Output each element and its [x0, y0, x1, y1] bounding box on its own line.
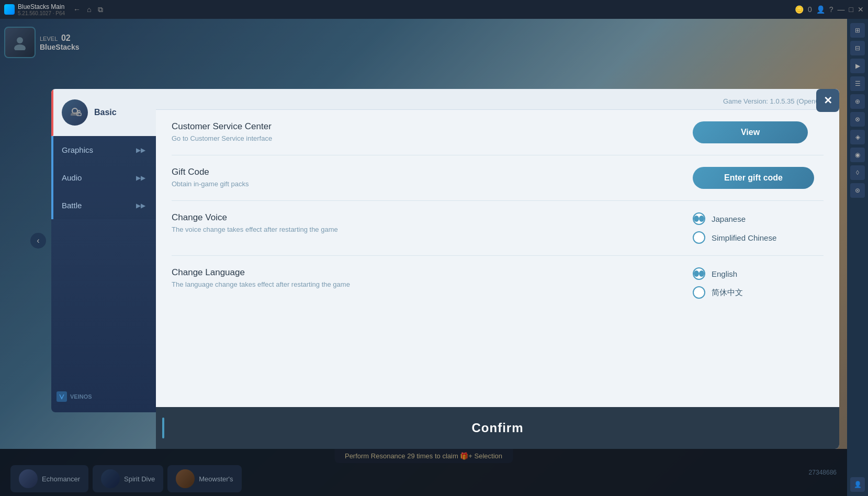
sidebar-icon-5[interactable]: ⊕ — [850, 94, 865, 109]
panel-header: Game Version: 1.0.5.35 (OpenGL) — [156, 89, 839, 110]
nav-arrow-battle: ▶▶ — [136, 202, 145, 209]
help-icon[interactable]: ? — [829, 5, 833, 14]
nav-home-btn[interactable]: ⌂ — [85, 4, 93, 15]
sidebar-icon-8[interactable]: ◉ — [850, 148, 865, 162]
radio-label-japanese: Japanese — [712, 215, 746, 223]
nav-item-basic[interactable]: Basic — [51, 89, 156, 136]
setting-info-change-voice: Change Voice The voice change takes effe… — [172, 212, 360, 234]
sidebar-icon-profile[interactable]: 👤 — [850, 477, 865, 492]
setting-action-customer-service: View — [693, 121, 824, 143]
nav-indicator-battle — [51, 191, 53, 219]
titlebar: BlueStacks Main 5.21.560.1027 · P64 ← ⌂ … — [0, 0, 868, 19]
setting-title-change-voice: Change Voice — [172, 212, 360, 223]
setting-row-gift-code: Gift Code Obtain in-game gift packs Ente… — [172, 155, 824, 201]
sidebar-icon-9[interactable]: ◊ — [850, 165, 865, 180]
bluestacks-logo — [4, 4, 15, 15]
svg-point-4 — [78, 110, 80, 112]
chevron-left-icon: ‹ — [37, 236, 39, 245]
setting-info-change-language: Change Language The language change take… — [172, 267, 360, 289]
nav-item-battle[interactable]: Battle ▶▶ — [51, 191, 156, 219]
coin-icon: 🪙 — [795, 5, 804, 14]
radio-circle-chinese-simplified — [693, 286, 705, 299]
confirm-button[interactable]: Confirm — [156, 407, 839, 449]
confirm-label: Confirm — [472, 421, 524, 435]
settings-main-panel: Game Version: 1.0.5.35 (OpenGL) Customer… — [156, 89, 839, 449]
radio-circle-japanese — [693, 212, 705, 225]
game-version: Game Version: 1.0.5.35 (OpenGL) — [723, 97, 827, 105]
setting-desc-change-language: The language change takes effect after r… — [172, 280, 360, 289]
setting-action-gift-code: Enter gift code — [693, 167, 824, 189]
sidebar-icon-1[interactable]: ⊞ — [850, 23, 865, 38]
nav-left-arrow[interactable]: ‹ — [30, 233, 46, 249]
nav-indicator-graphics — [51, 136, 53, 164]
coin-value: 0 — [808, 5, 812, 14]
nav-arrow-graphics: ▶▶ — [136, 146, 145, 154]
radio-option-simplified-chinese[interactable]: Simplified Chinese — [693, 231, 776, 244]
setting-row-change-voice: Change Voice The voice change takes effe… — [172, 201, 824, 256]
setting-action-change-voice: Japanese Simplified Chinese — [693, 212, 824, 244]
radio-option-english[interactable]: English — [693, 267, 737, 280]
setting-title-change-language: Change Language — [172, 267, 360, 278]
setting-title-gift-code: Gift Code — [172, 167, 360, 177]
radio-option-japanese[interactable]: Japanese — [693, 212, 746, 225]
nav-label-basic: Basic — [94, 108, 117, 117]
app-title: BlueStacks Main — [18, 3, 65, 10]
veinos-label: VEINOS — [70, 393, 92, 400]
app-subtitle: 5.21.560.1027 · P64 — [18, 10, 65, 16]
right-sidebar: ⊞ ⊟ ▶ ☰ ⊕ ⊗ ◈ ◉ ◊ ⊛ 👤 — [847, 19, 868, 496]
setting-action-change-language: English 简休中文 — [693, 267, 824, 299]
minimize-btn[interactable]: — — [838, 5, 845, 14]
confirm-accent — [162, 418, 164, 438]
setting-desc-change-voice: The voice change takes effect after rest… — [172, 225, 360, 234]
nav-arrow-audio: ▶▶ — [136, 174, 145, 182]
setting-info-customer-service: Customer Service Center Go to Customer S… — [172, 121, 360, 143]
settings-nav-panel: Basic Graphics ▶▶ Audio ▶▶ Battle ▶▶ VEI… — [51, 89, 156, 412]
setting-info-gift-code: Gift Code Obtain in-game gift packs — [172, 167, 360, 189]
nav-windows-btn[interactable]: ⧉ — [96, 4, 105, 15]
close-icon: ✕ — [824, 94, 832, 107]
setting-desc-customer-service: Go to Customer Service interface — [172, 134, 360, 143]
view-button[interactable]: View — [693, 121, 808, 143]
nav-label-audio: Audio — [62, 173, 82, 182]
nav-item-graphics[interactable]: Graphics ▶▶ — [51, 136, 156, 164]
radio-circle-english — [693, 267, 705, 280]
setting-desc-gift-code: Obtain in-game gift packs — [172, 179, 360, 189]
panel-content: Customer Service Center Go to Customer S… — [156, 110, 839, 418]
nav-label-graphics: Graphics — [62, 145, 93, 154]
radio-label-chinese-simplified: 简休中文 — [712, 288, 743, 298]
sidebar-icon-3[interactable]: ▶ — [850, 59, 865, 73]
sidebar-icon-4[interactable]: ☰ — [850, 76, 865, 91]
nav-back-btn[interactable]: ← — [71, 4, 83, 15]
enter-gift-code-button[interactable]: Enter gift code — [693, 167, 814, 189]
radio-circle-simplified-chinese — [693, 231, 705, 244]
nav-label-battle: Battle — [62, 201, 82, 210]
titlebar-nav: ← ⌂ ⧉ — [71, 4, 105, 15]
radio-option-chinese-simplified[interactable]: 简休中文 — [693, 286, 743, 299]
titlebar-controls: 🪙 0 👤 ? — □ ✕ — [795, 5, 864, 14]
sidebar-icon-7[interactable]: ◈ — [850, 130, 865, 144]
radio-label-english: English — [712, 269, 737, 278]
close-settings-button[interactable]: ✕ — [816, 89, 839, 112]
sidebar-icon-10[interactable]: ⊛ — [850, 183, 865, 198]
nav-item-audio[interactable]: Audio ▶▶ — [51, 164, 156, 191]
radio-label-simplified-chinese: Simplified Chinese — [712, 233, 776, 242]
setting-row-customer-service: Customer Service Center Go to Customer S… — [172, 110, 824, 155]
maximize-btn[interactable]: □ — [849, 5, 853, 14]
sidebar-icon-6[interactable]: ⊗ — [850, 112, 865, 127]
setting-title-customer-service: Customer Service Center — [172, 121, 360, 132]
profile-icon[interactable]: 👤 — [816, 5, 825, 14]
sidebar-icon-2[interactable]: ⊟ — [850, 41, 865, 55]
setting-row-change-language: Change Language The language change take… — [172, 256, 824, 310]
close-btn-titlebar[interactable]: ✕ — [858, 5, 864, 14]
nav-indicator-audio — [51, 164, 53, 191]
